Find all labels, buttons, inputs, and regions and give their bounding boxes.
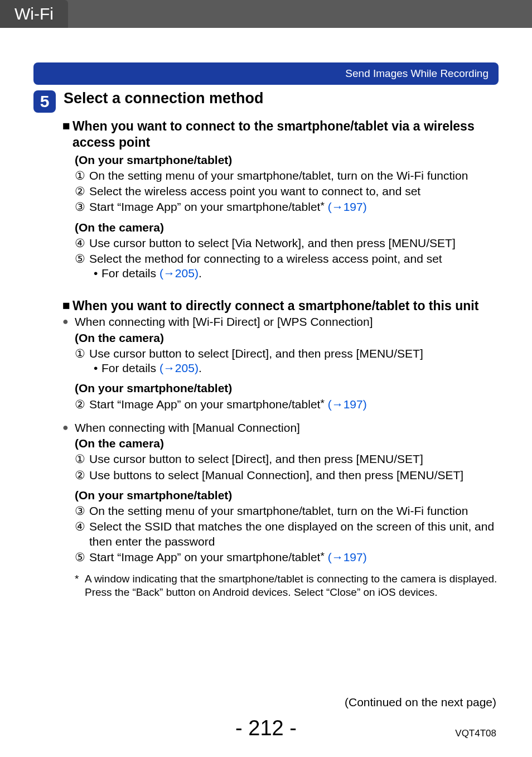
- section2-bullet2: When connecting with [Manual Connection]: [75, 421, 499, 435]
- section1-step2: Select the wireless access point you wan…: [89, 184, 499, 199]
- link-205[interactable]: (→205): [159, 267, 199, 279]
- footnote-asterisk: *: [75, 572, 85, 599]
- section2-heading: When you want to directly connect a smar…: [72, 298, 499, 314]
- section1-group-b-title: (On the camera): [75, 220, 499, 235]
- round-bullet-icon: ●: [62, 421, 75, 435]
- section2-b1-c1-detail-prefix: For details: [101, 361, 159, 374]
- circled-1-icon: ①: [75, 346, 89, 361]
- link-197[interactable]: (→197): [328, 551, 367, 563]
- bullet-dot-icon: •: [94, 266, 101, 281]
- section2-b2-camera-title: (On the camera): [75, 436, 499, 451]
- footnote-text: A window indicating that the smartphone/…: [85, 572, 499, 599]
- asterisk-mark: *: [320, 200, 324, 211]
- section2-b1-s2-text: Start “Image App” on your smartphone/tab…: [89, 398, 320, 411]
- asterisk-mark: *: [320, 550, 324, 562]
- continued-note: (Continued on the next page): [345, 696, 496, 709]
- circled-1-icon: ①: [75, 452, 89, 466]
- section1-step3: Start “Image App” on your smartphone/tab…: [89, 200, 499, 214]
- square-bullet-icon: ■: [62, 298, 70, 314]
- section2-b2-s4: Select the SSID that matches the one dis…: [89, 519, 499, 549]
- section2-b2-s5: Start “Image App” on your smartphone/tab…: [89, 550, 499, 565]
- header-tab-bar: Wi-Fi: [0, 0, 532, 28]
- section2-b2-c2: Use buttons to select [Manual Connection…: [89, 468, 499, 483]
- asterisk-mark: *: [320, 397, 324, 409]
- circled-2-icon: ②: [75, 397, 89, 412]
- section2-b1-camera-title: (On the camera): [75, 331, 499, 345]
- circled-5-icon: ⑤: [75, 252, 89, 266]
- section2-b2-c1: Use cursor button to select [Direct], an…: [89, 452, 499, 466]
- section1-step5-detail: For details (→205).: [101, 266, 202, 281]
- section1-step5-detail-suffix: .: [199, 267, 202, 279]
- section1-step1: On the setting menu of your smartphone/t…: [89, 168, 499, 183]
- section1-group-a-title: (On your smartphone/tablet): [75, 153, 499, 167]
- section2-b2-smartphone-title: (On your smartphone/tablet): [75, 488, 499, 503]
- section1-step5: Select the method for connecting to a wi…: [89, 252, 499, 266]
- circled-2-icon: ②: [75, 468, 89, 483]
- circled-1-icon: ①: [75, 168, 89, 183]
- document-code: VQT4T08: [455, 728, 496, 739]
- circled-4-icon: ④: [75, 519, 89, 549]
- circled-4-icon: ④: [75, 236, 89, 250]
- link-205[interactable]: (→205): [159, 361, 199, 374]
- circled-3-icon: ③: [75, 200, 89, 214]
- section2-b1-c1: Use cursor button to select [Direct], an…: [89, 346, 499, 361]
- section-banner-title: Send Images While Recording: [345, 67, 489, 80]
- circled-3-icon: ③: [75, 504, 89, 518]
- page-number: - 212 -: [0, 716, 532, 740]
- section1-step4: Use cursor button to select [Via Network…: [89, 236, 499, 250]
- link-197[interactable]: (→197): [328, 398, 367, 411]
- section2-b2-s5-text: Start “Image App” on your smartphone/tab…: [89, 551, 320, 563]
- bullet-dot-icon: •: [94, 361, 101, 375]
- section2-b2-s3: On the setting menu of your smartphone/t…: [89, 504, 499, 518]
- link-197[interactable]: (→197): [328, 200, 367, 213]
- section2-b1-s2: Start “Image App” on your smartphone/tab…: [89, 397, 499, 412]
- circled-2-icon: ②: [75, 184, 89, 199]
- section2-bullet1: When connecting with [Wi-Fi Direct] or […: [75, 315, 499, 329]
- section1-step5-detail-prefix: For details: [101, 267, 159, 279]
- section1-step3-text: Start “Image App” on your smartphone/tab…: [89, 200, 320, 213]
- round-bullet-icon: ●: [62, 315, 75, 329]
- step-title: Select a connection method: [64, 89, 264, 107]
- header-tab: Wi-Fi: [0, 0, 68, 28]
- step-number-badge: 5: [33, 90, 56, 113]
- section2-b1-smartphone-title: (On your smartphone/tablet): [75, 381, 499, 396]
- square-bullet-icon: ■: [62, 118, 70, 134]
- section-banner: Send Images While Recording: [33, 62, 499, 85]
- section2-b1-c1-detail-suffix: .: [199, 361, 202, 374]
- section1-heading: When you want to connect to the smartpho…: [72, 118, 499, 151]
- circled-5-icon: ⑤: [75, 550, 89, 565]
- section2-b1-c1-detail: For details (→205).: [101, 361, 202, 375]
